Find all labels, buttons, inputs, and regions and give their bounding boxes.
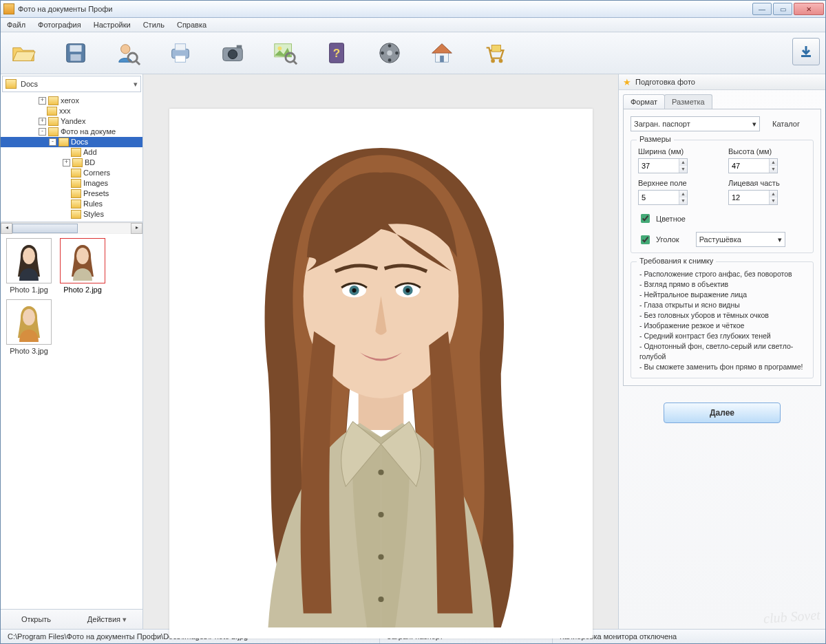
tree-item[interactable]: Styles: [1, 209, 142, 219]
svg-point-45: [378, 512, 383, 517]
shop-button[interactable]: [478, 37, 510, 69]
svg-point-44: [378, 469, 383, 475]
tree-item[interactable]: Add: [1, 147, 142, 158]
maximize-button[interactable]: ▭: [773, 3, 792, 15]
svg-point-20: [388, 44, 392, 47]
user-preview-button[interactable]: [112, 37, 144, 69]
menu-Файл[interactable]: Файл: [4, 19, 28, 30]
svg-rect-28: [801, 55, 811, 57]
svg-point-26: [499, 59, 503, 63]
svg-line-15: [293, 61, 297, 64]
thumbnail[interactable]: Photo 2.jpg: [59, 238, 107, 294]
save-button[interactable]: [60, 37, 92, 69]
svg-point-25: [491, 59, 495, 63]
print-button[interactable]: [165, 37, 196, 69]
menu-Справка[interactable]: Справка: [174, 19, 209, 30]
tab-markup[interactable]: Разметка: [664, 94, 712, 109]
menubar: ФайлФотографияНастройкиСтильСправка: [1, 18, 825, 32]
camera-button[interactable]: [217, 37, 248, 69]
color-checkbox[interactable]: [641, 214, 650, 223]
svg-point-46: [378, 554, 383, 559]
svg-point-32: [76, 248, 89, 264]
tree-item[interactable]: Corners: [1, 168, 142, 178]
tab-format[interactable]: Формат: [623, 94, 665, 109]
path-selector[interactable]: Docs ▾: [2, 76, 141, 92]
svg-point-22: [388, 58, 392, 62]
tree-item[interactable]: xxx: [1, 106, 142, 116]
tree-hscrollbar[interactable]: ◂▸: [1, 222, 142, 234]
svg-rect-11: [237, 45, 242, 49]
minimize-button[interactable]: —: [752, 3, 772, 15]
app-icon: [3, 3, 14, 14]
svg-point-34: [23, 309, 35, 325]
menu-Стиль[interactable]: Стиль: [140, 19, 167, 30]
left-actions: Открыть Действия: [1, 609, 142, 629]
tree-item[interactable]: +xerox: [1, 96, 142, 106]
thumbnail[interactable]: Photo 1.jpg: [5, 238, 53, 294]
svg-rect-2: [70, 54, 81, 61]
thumbnail[interactable]: Photo 3.jpg: [5, 299, 53, 355]
tree-item[interactable]: Images: [1, 178, 142, 189]
status-calibration: Калибровка монитора отключена: [553, 630, 825, 643]
open-folder-button[interactable]: [8, 37, 39, 69]
chevron-down-icon: ▾: [131, 80, 140, 89]
face-spinner[interactable]: ▲▼: [728, 190, 778, 205]
svg-point-43: [405, 288, 410, 292]
right-panel: ★ Подготовка фото Формат Разметка Загран…: [618, 74, 825, 629]
tree-item[interactable]: -Фото на докуме: [1, 127, 142, 137]
svg-rect-1: [70, 45, 81, 52]
download-button[interactable]: [792, 38, 820, 65]
toolbar: ?: [1, 32, 825, 74]
chevron-down-icon: ▾: [778, 235, 782, 244]
svg-point-42: [352, 288, 356, 292]
actions-dropdown[interactable]: Действия: [72, 612, 142, 627]
next-button[interactable]: Далее: [664, 402, 781, 423]
window-title: Фото на документы Профи: [18, 5, 113, 13]
panel-title: Подготовка фото: [635, 78, 695, 86]
feather-dropdown[interactable]: Растушёвка ▾: [696, 232, 785, 247]
height-spinner[interactable]: ▲▼: [728, 158, 778, 173]
menu-Настройки[interactable]: Настройки: [91, 19, 134, 30]
preview-zoom-button[interactable]: [269, 37, 301, 69]
main-photo[interactable]: [169, 109, 593, 638]
media-button[interactable]: [374, 37, 405, 69]
width-spinner[interactable]: ▲▼: [638, 158, 688, 173]
left-panel: Docs ▾ +xeroxxxx+Yandex-Фото на докуме-D…: [1, 74, 143, 629]
home-button[interactable]: [426, 37, 458, 69]
corner-checkbox[interactable]: [641, 235, 650, 244]
top-margin-spinner[interactable]: ▲▼: [638, 190, 688, 205]
svg-rect-7: [175, 44, 185, 50]
tree-item[interactable]: Presets: [1, 189, 142, 199]
svg-line-5: [136, 61, 140, 65]
svg-point-47: [378, 597, 383, 602]
requirements-group: Требования к снимку Расположение строго …: [631, 261, 814, 378]
svg-point-21: [395, 52, 399, 55]
svg-point-13: [278, 47, 282, 51]
tree-item[interactable]: +BD: [1, 158, 142, 168]
svg-point-30: [23, 248, 35, 264]
titlebar: Фото на документы Профи — ▭ ✕: [1, 1, 825, 18]
chevron-down-icon: ▾: [752, 120, 756, 129]
format-dropdown[interactable]: Загран. паспорт ▾: [631, 116, 760, 131]
menu-Фотография[interactable]: Фотография: [35, 19, 84, 30]
svg-point-19: [387, 50, 392, 56]
folder-tree[interactable]: +xeroxxxx+Yandex-Фото на докуме-DocsAdd+…: [1, 94, 142, 222]
preview-area: [143, 74, 618, 629]
svg-rect-8: [175, 56, 185, 63]
folder-icon: [6, 79, 17, 89]
svg-rect-27: [491, 45, 500, 52]
thumbnails-pane: Photo 1.jpgPhoto 2.jpgPhoto 3.jpg: [1, 234, 142, 609]
svg-point-4: [128, 53, 137, 62]
svg-rect-24: [440, 56, 444, 63]
svg-point-23: [381, 52, 384, 55]
svg-text:?: ?: [333, 47, 340, 60]
help-button[interactable]: ?: [321, 37, 353, 69]
close-button[interactable]: ✕: [794, 3, 824, 15]
svg-point-10: [228, 50, 237, 58]
tree-item[interactable]: +Yandex: [1, 116, 142, 127]
svg-point-3: [121, 45, 130, 54]
tree-item[interactable]: Rules: [1, 199, 142, 209]
tree-item[interactable]: -Docs: [1, 137, 142, 147]
open-button[interactable]: Открыть: [1, 612, 72, 627]
catalog-link[interactable]: Каталог: [772, 120, 800, 128]
